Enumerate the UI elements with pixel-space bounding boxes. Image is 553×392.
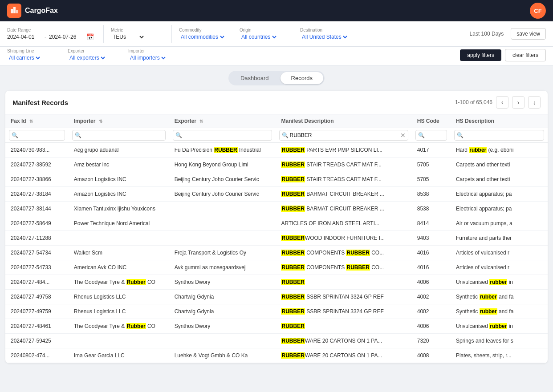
- date-start-input[interactable]: [7, 34, 42, 40]
- search-icon-hs-desc: 🔍: [457, 132, 464, 138]
- cell-exporter: [169, 231, 276, 246]
- apply-filters-button[interactable]: apply filters: [460, 49, 501, 61]
- search-cell-hs-desc: 🔍: [451, 128, 548, 143]
- cell-importer: Xiamen Tantuxinx Ijishu Youxicons: [69, 202, 169, 216]
- table-title: Manifest Records: [12, 99, 68, 106]
- tab-dashboard[interactable]: Dashboard: [230, 72, 280, 84]
- table-row[interactable]: 20240727-38184Amazon Logistics INCBeijin…: [5, 187, 548, 202]
- table-row[interactable]: 20240727-48461The Goodyear Tyre & Rubber…: [5, 319, 548, 334]
- cell-hs-code: 4008: [412, 348, 451, 363]
- table-row[interactable]: 20240727-11288RUBBERWOOD INDOOR FURNITUR…: [5, 231, 548, 246]
- col-header-exporter[interactable]: Exporter ⇅: [169, 114, 276, 128]
- search-input-manifest[interactable]: [279, 130, 408, 141]
- highlight-text: RUBBER: [281, 147, 305, 153]
- sort-icon-exporter: ⇅: [199, 119, 203, 124]
- cell-importer: Amazon Logistics INC: [69, 172, 169, 187]
- cell-fax-id: 20240727-11288: [5, 231, 69, 246]
- next-page-button[interactable]: ›: [512, 96, 525, 109]
- cell-importer: Amazon Logistics INC: [69, 187, 169, 202]
- importer-select[interactable]: All importers: [128, 54, 167, 61]
- cell-hs-desc: Synthetic rubber and fa: [451, 304, 548, 319]
- prev-page-button[interactable]: ‹: [496, 96, 508, 109]
- download-button[interactable]: ↓: [528, 96, 541, 109]
- cell-fax-id: 20240727-58649: [5, 216, 69, 231]
- cell-fax-id: 20240727-49759: [5, 304, 69, 319]
- table-row[interactable]: 20240727-59425RUBBERWARE 20 CARTONS ON 1…: [5, 334, 548, 348]
- highlight-text: RUBBER: [281, 279, 305, 285]
- col-header-manifest[interactable]: Manifest Description: [276, 114, 411, 128]
- search-clear-manifest-button[interactable]: ✕: [400, 132, 406, 138]
- table-row[interactable]: 20240802-474...Ima Gear Garcia LLCLuehke…: [5, 348, 548, 363]
- table-card: Manifest Records 1-100 of 65,046 ‹ › ↓ F…: [5, 91, 548, 363]
- cell-hs-code: 7320: [412, 334, 451, 348]
- commodity-select[interactable]: All commodities: [179, 33, 226, 40]
- col-header-fax-id[interactable]: Fax Id ⇅: [5, 114, 69, 128]
- cell-manifest: RUBBER SSBR SPRINTAN 3324 GP REF: [276, 304, 411, 319]
- records-table: Fax Id ⇅ Importer ⇅ Exporter ⇅ Manifest …: [5, 114, 548, 363]
- table-row[interactable]: 20240727-49759Rhenus Logistics LLCChartw…: [5, 304, 548, 319]
- metric-select[interactable]: TEUs Shipments Weight: [111, 33, 145, 40]
- col-header-importer[interactable]: Importer ⇅: [69, 114, 169, 128]
- cell-manifest: RUBBERWOOD INDOOR FURNITURE I...: [276, 231, 411, 246]
- origin-select[interactable]: All countries: [240, 33, 278, 40]
- cell-hs-code: 8538: [412, 187, 451, 202]
- calendar-icon[interactable]: 📅: [86, 33, 94, 40]
- cell-exporter: Avk gummi as mosegaardsvej: [169, 260, 276, 275]
- table-row[interactable]: 20240727-484...The Goodyear Tyre & Rubbe…: [5, 275, 548, 290]
- col-header-hs-desc[interactable]: HS Description: [451, 114, 548, 128]
- svg-rect-0: [11, 9, 13, 13]
- destination-select[interactable]: All United States: [300, 33, 349, 40]
- cell-exporter: Freja Transport & Logistics Oy: [169, 246, 276, 260]
- highlight-text: rubber: [480, 294, 497, 300]
- table-row[interactable]: 20240727-49758Rhenus Logistics LLCChartw…: [5, 290, 548, 304]
- search-input-hs-desc[interactable]: [454, 130, 544, 141]
- clear-filters-button[interactable]: clear filters: [505, 49, 546, 61]
- cell-hs-code: 4016: [412, 246, 451, 260]
- table-row[interactable]: 20240727-38866Amazon Logistics INCBeijin…: [5, 172, 548, 187]
- destination-label: Destination: [300, 28, 354, 32]
- search-cell-exporter: 🔍: [169, 128, 276, 143]
- search-input-importer[interactable]: [72, 130, 166, 141]
- cell-fax-id: 20240802-474...: [5, 348, 69, 363]
- cell-exporter: Beijing Century Joho Courier Servic: [169, 187, 276, 202]
- tabs-bar: Dashboard Records: [0, 65, 553, 91]
- exporter-filter: Exporter All exporters: [68, 48, 121, 61]
- shipping-line-select[interactable]: All carriers: [7, 54, 41, 61]
- search-icon-hs-code: 🔍: [418, 132, 425, 138]
- tab-records[interactable]: Records: [281, 72, 323, 84]
- table-row[interactable]: 20240730-983...Acg grupo aduanalFu Da Pr…: [5, 143, 548, 158]
- table-row[interactable]: 20240727-54733American Avk CO INCAvk gum…: [5, 260, 548, 275]
- cell-hs-desc: Carpets and other texti: [451, 172, 548, 187]
- logo-text: CargoFax: [25, 7, 58, 15]
- exporter-select[interactable]: All exporters: [68, 54, 106, 61]
- table-row[interactable]: 20240727-38144Xiamen Tantuxinx Ijishu Yo…: [5, 202, 548, 216]
- main-content: Manifest Records 1-100 of 65,046 ‹ › ↓ F…: [0, 91, 553, 368]
- cell-hs-code: 4016: [412, 260, 451, 275]
- date-end-input[interactable]: [49, 34, 84, 40]
- highlight-text: RUBBER: [281, 323, 305, 329]
- cell-manifest: RUBBER BARMAT CIRCUIT BREAKER ...: [276, 202, 411, 216]
- table-row[interactable]: 20240727-38592Amz bestar incHong Kong Be…: [5, 158, 548, 172]
- logo-area: CargoFax: [7, 4, 58, 18]
- table-row[interactable]: 20240727-58649Power Technique Nord Ameri…: [5, 216, 548, 231]
- date-separator: -: [45, 34, 46, 40]
- user-avatar[interactable]: CF: [530, 3, 546, 19]
- last-days-label: Last 100 Days: [470, 31, 504, 37]
- cell-hs-code: 9403: [412, 231, 451, 246]
- cell-importer: The Goodyear Tyre & Rubber CO: [69, 319, 169, 334]
- cell-hs-code: 5705: [412, 172, 451, 187]
- cell-manifest: RUBBER BARMAT CIRCUIT BREAKER ...: [276, 187, 411, 202]
- cell-exporter: Fu Da Precision RUBBER Industrial: [169, 143, 276, 158]
- save-view-button[interactable]: save view: [511, 28, 546, 40]
- cell-exporter: [169, 334, 276, 348]
- date-range-label: Date Range: [7, 28, 96, 32]
- cell-manifest: RUBBER COMPONENTS RUBBER CO...: [276, 246, 411, 260]
- cell-manifest: RUBBER SSBR SPRINTAN 3324 GP REF: [276, 290, 411, 304]
- shipping-line-label: Shipping Line: [7, 48, 61, 53]
- search-input-exporter[interactable]: [173, 130, 272, 141]
- col-header-hs-code[interactable]: HS Code: [412, 114, 451, 128]
- cell-fax-id: 20240727-38592: [5, 158, 69, 172]
- highlight-text: RUBBER: [281, 264, 305, 271]
- highlight-text: RUBBER: [346, 250, 370, 256]
- table-row[interactable]: 20240727-54734Walker ScmFreja Transport …: [5, 246, 548, 260]
